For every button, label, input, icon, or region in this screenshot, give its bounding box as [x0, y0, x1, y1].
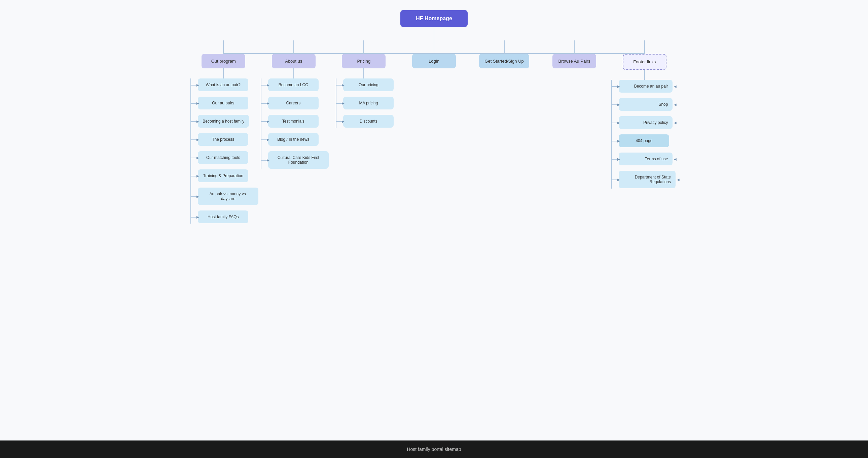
list-item: ▶Department of State Regulations◀	[609, 171, 680, 188]
arrow-icon: ▶	[267, 119, 270, 123]
list-item: ▶Become an LCC	[259, 79, 329, 91]
arrow-icon: ▶	[342, 119, 344, 123]
col-get-started: Get Started/Sign Up	[469, 40, 539, 68]
arrow-icon: ▶	[196, 215, 199, 219]
child-node-footer-links-5[interactable]: Department of State Regulations	[619, 171, 676, 188]
col-login: Login	[399, 40, 469, 68]
arrow-icon: ▶	[617, 139, 620, 143]
child-node-our-program-7[interactable]: Host family FAQs	[198, 210, 248, 223]
list-item: ▶Shop◀	[609, 98, 680, 111]
list-item: ▶Become an au pair◀	[609, 80, 680, 93]
right-arrow-icon: ◀	[674, 157, 677, 161]
list-item: ▶Terms of use◀	[609, 152, 680, 165]
col-about-us: About us▶Become an LCC▶Careers▶Testimoni…	[259, 40, 329, 174]
connector-our-program	[223, 40, 224, 54]
child-node-about-us-3[interactable]: Blog / In the news	[268, 133, 319, 146]
right-arrow-icon: ◀	[674, 85, 677, 88]
list-item: ▶What is an au pair?	[188, 79, 258, 91]
list-item: ▶Blog / In the news	[259, 133, 329, 146]
list-item: ▶404 page	[609, 134, 680, 147]
l1-node-pricing[interactable]: Pricing	[342, 54, 385, 68]
child-node-our-program-3[interactable]: The process	[198, 133, 248, 146]
root-connector	[434, 27, 434, 40]
child-node-our-program-0[interactable]: What is an au pair?	[198, 79, 248, 91]
col-browse-au-pairs: Browse Au Pairs	[539, 40, 610, 68]
child-node-about-us-0[interactable]: Become an LCC	[268, 79, 319, 91]
col-footer-links: Footer links▶Become an au pair◀▶Shop◀▶Pr…	[609, 40, 680, 194]
connector-browse-au-pairs	[574, 40, 575, 54]
list-item: ▶The process	[188, 133, 258, 146]
arrow-icon: ▶	[617, 157, 620, 161]
horizontal-connector	[223, 53, 644, 54]
arrow-icon: ▶	[267, 83, 270, 87]
children-connector-pricing	[363, 68, 364, 79]
arrow-icon: ▶	[267, 158, 270, 162]
list-item: ▶Becoming a host family	[188, 115, 258, 127]
child-node-footer-links-1[interactable]: Shop	[619, 98, 673, 111]
footer-bar: Host family portal sitemap	[0, 440, 868, 458]
child-node-pricing-2[interactable]: Discounts	[343, 115, 394, 127]
list-item: ▶Testimonials	[259, 115, 329, 127]
child-node-about-us-4[interactable]: Cultural Care Kids First Foundation	[268, 151, 329, 169]
l1-node-about-us[interactable]: About us	[272, 54, 316, 68]
arrow-icon: ▶	[342, 83, 344, 87]
child-node-footer-links-3[interactable]: 404 page	[619, 134, 669, 147]
l1-node-our-program[interactable]: Out program	[202, 54, 245, 68]
l1-node-login[interactable]: Login	[412, 54, 456, 68]
list-item: ▶MA pricing	[334, 97, 394, 110]
arrow-icon: ▶	[267, 138, 270, 141]
arrow-icon: ▶	[196, 119, 199, 123]
list-item: ▶Our pricing	[334, 79, 394, 91]
children-area-pricing: ▶Our pricing▶MA pricing▶Discounts	[334, 79, 394, 133]
children-area-footer-links: ▶Become an au pair◀▶Shop◀▶Privacy policy…	[609, 80, 680, 194]
arrow-icon: ▶	[617, 121, 620, 124]
l1-node-footer-links[interactable]: Footer links	[623, 54, 666, 70]
arrow-icon: ▶	[617, 178, 620, 181]
child-node-footer-links-2[interactable]: Privacy policy	[619, 116, 673, 129]
children-area-our-program: ▶What is an au pair?▶Our au pairs▶Becomi…	[188, 79, 258, 229]
connector-login	[434, 40, 434, 54]
list-item: ▶Our matching tools	[188, 151, 258, 164]
arrow-icon: ▶	[617, 85, 620, 88]
child-node-footer-links-4[interactable]: Terms of use	[619, 152, 673, 165]
child-node-about-us-2[interactable]: Testimonials	[268, 115, 319, 127]
child-node-about-us-1[interactable]: Careers	[268, 97, 319, 110]
footer-label: Host family portal sitemap	[407, 447, 461, 452]
arrow-icon: ▶	[196, 83, 199, 87]
col-our-program: Out program▶What is an au pair?▶Our au p…	[188, 40, 259, 229]
l1-node-browse-au-pairs[interactable]: Browse Au Pairs	[552, 54, 596, 68]
child-node-our-program-6[interactable]: Au pair vs. nanny vs. daycare	[198, 188, 258, 205]
list-item: ▶Discounts	[334, 115, 394, 127]
arrow-icon: ▶	[196, 102, 199, 105]
list-item: ▶Training & Preparation	[188, 169, 258, 182]
children-connector-about-us	[293, 68, 294, 79]
columns-section: Out program▶What is an au pair?▶Our au p…	[182, 40, 686, 229]
arrow-icon: ▶	[267, 102, 270, 105]
right-arrow-icon: ◀	[674, 121, 677, 124]
child-node-pricing-1[interactable]: MA pricing	[343, 97, 394, 110]
children-connector-our-program	[223, 68, 224, 79]
child-node-footer-links-0[interactable]: Become an au pair	[619, 80, 673, 93]
arrow-icon: ▶	[342, 102, 344, 105]
root-node[interactable]: HF Homepage	[400, 10, 468, 27]
connector-footer-links	[644, 40, 645, 54]
connector-get-started	[504, 40, 505, 54]
child-node-our-program-4[interactable]: Our matching tools	[198, 151, 248, 164]
right-arrow-icon: ◀	[677, 178, 680, 181]
list-item: ▶Cultural Care Kids First Foundation	[259, 151, 329, 169]
arrow-icon: ▶	[196, 156, 199, 160]
list-item: ▶Au pair vs. nanny vs. daycare	[188, 188, 258, 205]
col-pricing: Pricing▶Our pricing▶MA pricing▶Discounts	[329, 40, 399, 133]
children-area-about-us: ▶Become an LCC▶Careers▶Testimonials▶Blog…	[259, 79, 329, 174]
children-connector-footer-links	[644, 70, 645, 80]
child-node-our-program-1[interactable]: Our au pairs	[198, 97, 248, 110]
arrow-icon: ▶	[196, 174, 199, 178]
child-node-pricing-0[interactable]: Our pricing	[343, 79, 394, 91]
child-node-our-program-5[interactable]: Training & Preparation	[198, 169, 248, 182]
connector-about-us	[293, 40, 294, 54]
arrow-icon: ▶	[196, 138, 199, 141]
arrow-icon: ▶	[196, 195, 199, 198]
list-item: ▶Privacy policy◀	[609, 116, 680, 129]
l1-node-get-started[interactable]: Get Started/Sign Up	[479, 54, 529, 68]
child-node-our-program-2[interactable]: Becoming a host family	[198, 115, 249, 127]
